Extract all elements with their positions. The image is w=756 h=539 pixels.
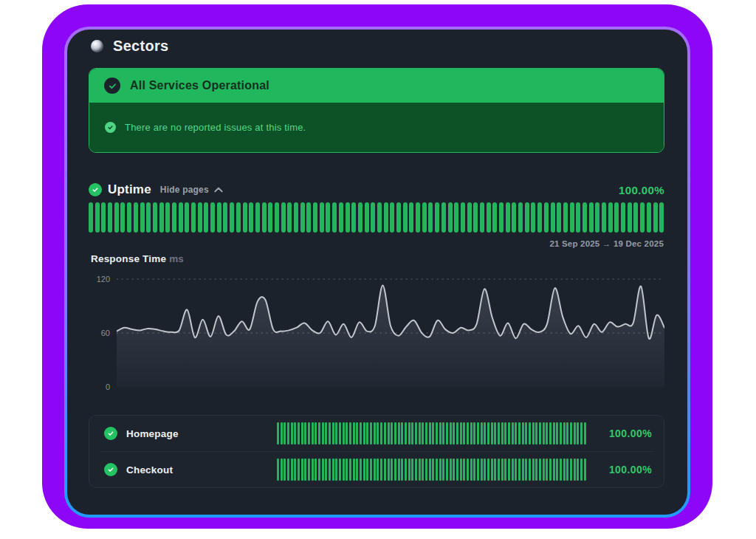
uptime-bar xyxy=(377,459,379,481)
uptime-bar xyxy=(628,202,632,233)
uptime-bar xyxy=(281,459,283,481)
uptime-bar xyxy=(566,459,568,481)
uptime-bar xyxy=(492,202,497,233)
uptime-bar xyxy=(287,459,289,481)
uptime-bar xyxy=(494,459,496,481)
uptime-bar xyxy=(318,459,320,481)
uptime-bar xyxy=(535,459,537,481)
uptime-bar xyxy=(179,202,183,233)
check-circle-icon xyxy=(104,463,117,476)
uptime-bar xyxy=(556,459,558,481)
uptime-bar xyxy=(570,422,572,444)
uptime-bar xyxy=(442,422,444,444)
uptime-bar xyxy=(398,422,400,444)
uptime-bar xyxy=(346,459,348,481)
uptime-bar xyxy=(504,422,506,444)
uptime-bar xyxy=(439,459,441,481)
uptime-bar xyxy=(647,202,651,233)
uptime-bar xyxy=(504,459,506,481)
gradient-frame: Sectors All Services Operational There a… xyxy=(42,4,712,529)
uptime-bar xyxy=(522,459,524,481)
uptime-bar xyxy=(236,202,241,233)
uptime-bar xyxy=(473,422,475,444)
uptime-bar xyxy=(380,459,382,481)
uptime-bar xyxy=(408,422,410,444)
uptime-bar xyxy=(473,202,478,233)
uptime-bar xyxy=(287,422,289,444)
uptime-bar xyxy=(415,459,417,481)
uptime-bar xyxy=(535,422,537,444)
uptime-bar xyxy=(422,202,427,233)
uptime-bar xyxy=(498,459,500,481)
page-name: Homepage xyxy=(126,428,179,439)
uptime-bar xyxy=(563,202,568,233)
uptime-bar xyxy=(574,422,576,444)
y-tick-label: 120 xyxy=(97,275,110,284)
uptime-percent: 100.00% xyxy=(619,184,664,196)
uptime-bar xyxy=(532,422,535,444)
uptime-bar xyxy=(583,202,587,233)
uptime-bar xyxy=(326,202,330,233)
uptime-bar xyxy=(315,459,317,481)
uptime-bar xyxy=(380,422,382,444)
uptime-bar xyxy=(114,202,119,233)
uptime-bar xyxy=(494,422,496,444)
uptime-bar xyxy=(463,422,465,444)
uptime-bar xyxy=(487,202,491,233)
uptime-bar xyxy=(543,459,545,481)
uptime-bar xyxy=(477,422,479,444)
uptime-bar xyxy=(446,422,448,444)
uptime-bar xyxy=(298,422,300,444)
uptime-bar xyxy=(432,422,434,444)
uptime-bar xyxy=(515,459,517,481)
uptime-bar xyxy=(101,202,106,233)
uptime-bar xyxy=(281,422,283,444)
uptime-bar xyxy=(140,202,145,233)
uptime-bar xyxy=(405,422,407,444)
uptime-bar xyxy=(346,202,350,233)
uptime-bar xyxy=(501,422,504,444)
uptime-bar xyxy=(329,422,331,444)
uptime-bar xyxy=(277,459,279,481)
status-banner-title: All Services Operational xyxy=(130,79,269,92)
uptime-bar xyxy=(480,202,484,233)
uptime-bar xyxy=(525,459,527,481)
uptime-bar xyxy=(512,459,514,481)
uptime-bar xyxy=(301,422,303,444)
uptime-bar xyxy=(570,459,572,481)
uptime-bar xyxy=(398,459,400,481)
uptime-bar xyxy=(435,202,439,233)
uptime-bar xyxy=(89,202,93,233)
y-tick-label: 60 xyxy=(101,329,110,337)
check-circle-icon xyxy=(89,183,102,196)
uptime-bar xyxy=(532,459,535,481)
uptime-bar xyxy=(210,202,215,233)
uptime-bar xyxy=(329,459,331,481)
uptime-bar xyxy=(335,422,337,444)
uptime-bar xyxy=(312,459,314,481)
uptime-bar xyxy=(419,422,421,444)
uptime-bar xyxy=(419,459,421,481)
uptime-bar xyxy=(185,202,189,233)
uptime-bar xyxy=(546,459,548,481)
uptime-header: Uptime Hide pages 100.00% xyxy=(89,181,664,199)
uptime-bar xyxy=(576,202,580,233)
frame-inner-border: Sectors All Services Operational There a… xyxy=(64,27,690,518)
uptime-bar xyxy=(415,422,417,444)
uptime-bar xyxy=(653,202,658,233)
uptime-bar xyxy=(217,202,221,233)
uptime-bar xyxy=(491,422,493,444)
uptime-bar xyxy=(484,422,486,444)
uptime-bar xyxy=(370,422,372,444)
uptime-bar xyxy=(287,202,292,233)
hide-pages-toggle[interactable]: Hide pages xyxy=(160,185,223,195)
uptime-bar xyxy=(134,202,138,233)
page-row-homepage: Homepage 100.00% xyxy=(89,416,664,451)
check-circle-icon xyxy=(104,78,120,94)
hide-pages-label: Hide pages xyxy=(160,185,209,195)
uptime-bar xyxy=(313,202,317,233)
uptime-bar xyxy=(391,459,393,481)
uptime-bar xyxy=(442,459,444,481)
uptime-bar xyxy=(470,422,472,444)
uptime-bar xyxy=(633,202,638,233)
